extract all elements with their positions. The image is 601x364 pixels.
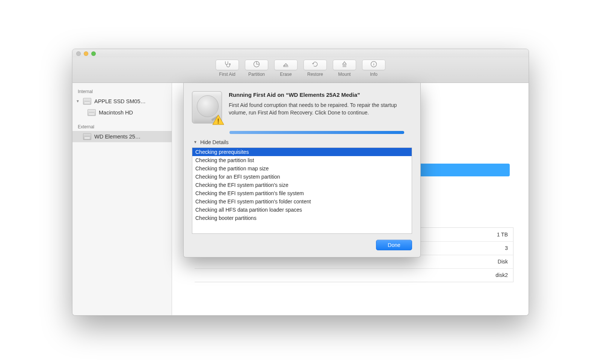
toolbar-item-label: First Aid: [219, 72, 235, 77]
log-line[interactable]: Checking for an EFI system partition: [192, 173, 412, 181]
details-toggle-label: Hide Details: [200, 139, 228, 145]
toolbar-erase[interactable]: Erase: [273, 60, 299, 77]
mount-icon: [341, 60, 348, 69]
log-line[interactable]: Checking the EFI system partition's file…: [192, 189, 412, 197]
sidebar-item-internal-disk[interactable]: ▼ APPLE SSD SM05…: [72, 96, 172, 107]
sheet-title: Running First Aid on “WD Elements 25A2 M…: [229, 91, 412, 99]
toolbar-item-label: Partition: [248, 72, 265, 77]
external-disk-icon: [83, 133, 91, 140]
info-value: disk2: [195, 269, 513, 282]
sidebar-section-external: External: [72, 122, 172, 131]
erase-icon: [282, 60, 290, 69]
restore-icon: [311, 60, 319, 69]
window-close-button[interactable]: [76, 51, 81, 56]
table-row: disk2: [195, 268, 513, 282]
pie-icon: [253, 60, 260, 69]
log-line[interactable]: Checking the partition list: [192, 156, 412, 164]
first-aid-progress-bar: [230, 131, 404, 134]
log-line[interactable]: Checking the EFI system partition's fold…: [192, 197, 412, 206]
svg-text:!: !: [217, 117, 219, 125]
warning-badge-icon: !: [212, 114, 225, 125]
disk-utility-window: Disk Utility First Aid Partition Erase: [72, 49, 529, 316]
chevron-down-icon[interactable]: ▼: [76, 99, 80, 103]
toolbar-item-label: Mount: [338, 72, 350, 77]
toolbar-item-label: Info: [370, 72, 378, 77]
sidebar: Internal ▼ APPLE SSD SM05… Macintosh HD …: [72, 83, 172, 315]
chevron-down-icon: ▼: [193, 140, 197, 144]
sidebar-section-internal: Internal: [72, 87, 172, 96]
first-aid-log[interactable]: Checking prerequisites Checking the part…: [192, 147, 412, 234]
sheet-message: First Aid found corruption that needs to…: [229, 101, 412, 117]
toolbar-item-label: Restore: [307, 72, 323, 77]
sidebar-item-label: WD Elements 25…: [94, 134, 172, 140]
toolbar-mount[interactable]: Mount: [331, 60, 358, 77]
sidebar-item-label: APPLE SSD SM05…: [94, 98, 172, 104]
toolbar-item-label: Erase: [280, 72, 291, 77]
done-button[interactable]: Done: [376, 240, 412, 250]
info-icon: [370, 60, 378, 69]
log-line[interactable]: Checking the EFI system partition's size: [192, 181, 412, 189]
window-traffic-lights: [76, 51, 96, 56]
toolbar-partition[interactable]: Partition: [243, 60, 270, 77]
svg-point-0: [229, 63, 230, 65]
sidebar-item-label: Macintosh HD: [99, 110, 172, 116]
disk-icon: [83, 98, 91, 105]
window-minimize-button[interactable]: [84, 51, 88, 56]
titlebar: [72, 49, 529, 57]
disk-icon: [88, 109, 96, 116]
log-line[interactable]: Checking booter partitions: [192, 214, 412, 222]
toolbar-first-aid[interactable]: First Aid: [214, 60, 240, 77]
toolbar-restore[interactable]: Restore: [302, 60, 328, 77]
sheet-text: Running First Aid on “WD Elements 25A2 M…: [229, 91, 412, 123]
log-line[interactable]: Checking all HFS data partition loader s…: [192, 206, 412, 214]
stethoscope-icon: [223, 60, 231, 69]
toolbar-info[interactable]: Info: [361, 60, 387, 77]
details-toggle[interactable]: ▼ Hide Details: [193, 139, 412, 145]
sidebar-item-external-disk[interactable]: WD Elements 25…: [72, 131, 172, 142]
hard-drive-icon: !: [192, 91, 222, 123]
log-line[interactable]: Checking prerequisites: [192, 148, 412, 156]
sidebar-item-volume[interactable]: Macintosh HD: [72, 107, 172, 118]
log-line[interactable]: Checking the partition map size: [192, 164, 412, 173]
toolbar-buttons: First Aid Partition Erase Restore: [214, 60, 387, 77]
window-zoom-button[interactable]: [91, 51, 96, 56]
first-aid-sheet: ! Running First Aid on “WD Elements 25A2…: [183, 83, 421, 257]
